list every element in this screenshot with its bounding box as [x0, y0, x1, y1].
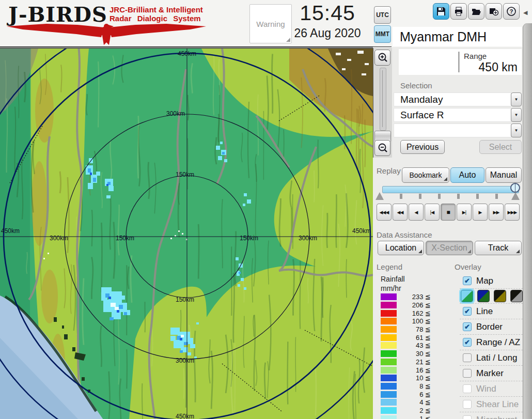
option-dropdown-field[interactable]	[394, 123, 511, 137]
radar-map-view[interactable]: 450km 300km 150km 450km 300km 150km 150k…	[0, 48, 373, 419]
overlay-item-map[interactable]: ✔Map	[460, 273, 523, 288]
shear-line-checkbox[interactable]	[463, 400, 472, 409]
step-forward-button[interactable]: ▶|	[457, 204, 472, 221]
play-reverse-button[interactable]: ◀	[409, 204, 424, 221]
site-dropdown-button[interactable]: ▼	[511, 92, 522, 106]
legend-swatch	[381, 407, 397, 414]
overlay-item-shear-line[interactable]: Shear Line	[460, 396, 523, 412]
legend-unit-line2: mm/hr	[381, 284, 405, 293]
legend-unit-line1: Rainfall	[381, 274, 405, 284]
ring-label-left-300: 300km	[50, 235, 68, 242]
range-az-checkbox[interactable]: ✔	[463, 338, 472, 347]
ring-label-right-300: 300km	[299, 235, 317, 242]
wind-checkbox[interactable]	[463, 384, 472, 393]
fastest-forward-button[interactable]: ▶▶▶	[505, 204, 520, 221]
overlay-item-microburst[interactable]: Microburst	[460, 412, 523, 419]
replay-tick	[419, 194, 421, 199]
legend-swatch	[381, 293, 397, 300]
print-button[interactable]	[450, 3, 467, 20]
image-plus-icon	[489, 6, 499, 17]
legend-swatch	[381, 326, 397, 333]
map-style-swatch-2[interactable]	[477, 290, 490, 302]
x-section-button[interactable]: X-Section	[426, 241, 473, 255]
overlay-item-wind[interactable]: Wind	[460, 381, 523, 396]
legend-swatch	[381, 359, 397, 365]
overlay-item-label: Lati / Long	[476, 353, 517, 363]
ring-label-bottom-300: 300km	[176, 357, 194, 364]
timezone-toggle: UTC MMT	[374, 6, 391, 44]
lati-long-checkbox[interactable]	[463, 353, 472, 362]
radar-map-canvas[interactable]: 450km 300km 150km 450km 300km 150km 150k…	[0, 49, 373, 419]
select-button[interactable]: Select	[479, 140, 522, 154]
legend-swatch	[381, 342, 397, 349]
open-button[interactable]	[468, 3, 484, 20]
legend-value: 162 ≦	[397, 309, 431, 317]
legend-row: 6 ≦	[381, 390, 432, 398]
ring-label-left-450: 450km	[1, 227, 20, 235]
svg-text:?: ?	[510, 8, 513, 14]
bookmark-button[interactable]: Bookmark	[402, 167, 449, 183]
stop-button[interactable]: ■	[441, 204, 456, 221]
replay-slider-thumb[interactable]	[510, 183, 520, 193]
play-button[interactable]: ▶	[473, 204, 488, 221]
border-checkbox[interactable]: ✔	[463, 322, 472, 331]
replay-range-end-marker[interactable]	[511, 192, 520, 200]
ring-label-left-150: 150km	[116, 235, 134, 242]
replay-range-start-marker[interactable]	[375, 192, 384, 200]
product-dropdown-field[interactable]: Surface R	[394, 108, 511, 122]
manual-button[interactable]: Manual	[486, 167, 522, 183]
panel-collapse-arrow-icon[interactable]: ◀	[523, 9, 527, 16]
map-checkbox[interactable]: ✔	[463, 276, 472, 285]
auto-button[interactable]: Auto	[450, 167, 484, 183]
legend-label: Legend	[377, 262, 402, 271]
replay-tick	[495, 194, 498, 199]
map-style-swatches	[460, 288, 523, 303]
overlay-item-label: Wind	[476, 384, 496, 394]
station-title-box: Myanmar DMH	[393, 27, 522, 46]
legend-row: 21 ≦	[381, 358, 432, 366]
map-style-swatch-3[interactable]	[494, 290, 506, 302]
save-button[interactable]	[433, 3, 449, 20]
legend-value: 16 ≦	[397, 366, 431, 374]
range-divider	[459, 52, 459, 72]
legend-swatch	[381, 391, 397, 398]
overlay-item-line[interactable]: ✔Line	[460, 303, 523, 319]
fastest-rewind-button[interactable]: ◀◀◀	[377, 204, 392, 221]
legend-row: 8 ≦	[381, 382, 432, 391]
legend-row: 233 ≦	[381, 293, 432, 301]
legend-value: 61 ≦	[397, 334, 431, 342]
map-style-swatch-1[interactable]	[461, 290, 473, 302]
map-style-swatch-4[interactable]	[510, 290, 523, 302]
option-dropdown-button[interactable]: ▼	[511, 123, 522, 137]
window-edge-scrollbar[interactable]	[523, 23, 532, 419]
add-image-button[interactable]	[486, 3, 502, 20]
location-button[interactable]: Location	[378, 241, 424, 255]
legend-swatch	[381, 367, 397, 374]
warning-label: Warning	[256, 20, 285, 28]
overlay-item-marker[interactable]: Marker	[460, 365, 523, 381]
microburst-checkbox[interactable]	[463, 415, 472, 419]
track-button[interactable]: Track	[475, 241, 522, 255]
legend-value: 8 ≦	[397, 382, 431, 390]
legend-row: 206 ≦	[381, 301, 432, 309]
fast-rewind-button[interactable]: ◀◀	[393, 204, 408, 221]
previous-button[interactable]: Previous	[400, 140, 445, 154]
logo-tagline-line1: JRC-Brilliant & Intelligent	[109, 5, 203, 14]
marker-checkbox[interactable]	[463, 369, 472, 378]
fast-forward-button[interactable]: ▶▶	[489, 204, 504, 221]
site-dropdown-field[interactable]: Mandalay	[394, 92, 511, 106]
overlay-item-range-az[interactable]: ✔Range / AZ	[460, 334, 523, 350]
chevron-down-icon: ▼	[514, 97, 519, 102]
product-dropdown-button[interactable]: ▼	[511, 108, 522, 122]
ring-label-bottom-450: 450km	[176, 413, 194, 419]
mmt-button[interactable]: MMT	[374, 25, 391, 43]
line-checkbox[interactable]: ✔	[463, 307, 472, 316]
utc-button[interactable]: UTC	[374, 6, 391, 24]
help-button[interactable]: ?	[503, 3, 520, 20]
overlay-item-border[interactable]: ✔Border	[460, 319, 523, 334]
replay-slider-track[interactable]	[382, 186, 519, 193]
overlay-item-lati-long[interactable]: Lati / Long	[460, 350, 523, 365]
step-back-button[interactable]: |◀	[425, 204, 440, 221]
overlay-item-label: Microburst	[476, 415, 517, 419]
jbirds-logo: J-BIRDS JRC-Brilliant & Intelligent Rada…	[5, 1, 212, 46]
